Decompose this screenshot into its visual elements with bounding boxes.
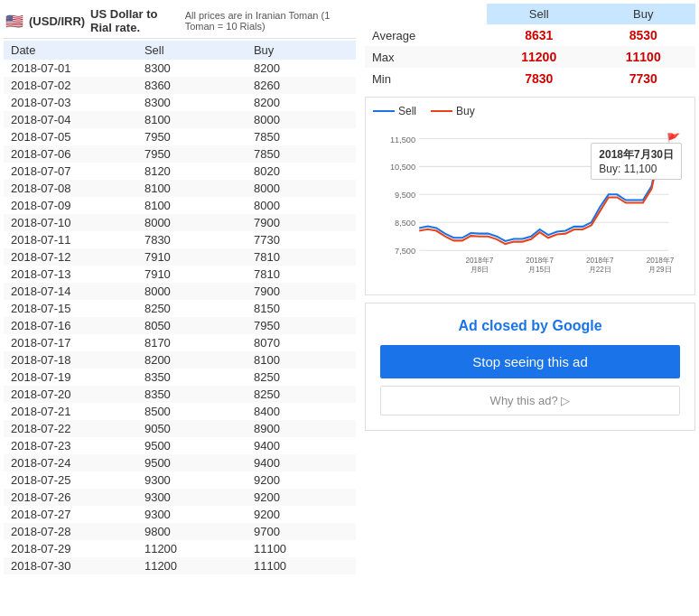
table-row: 2018-07-1480007900 <box>4 283 356 300</box>
stats-sell: 8631 <box>487 24 592 46</box>
cell-date: 2018-07-13 <box>4 266 137 283</box>
ad-google-label: Google <box>552 318 601 333</box>
col-header-date: Date <box>4 41 137 60</box>
cell-buy: 8020 <box>247 163 356 180</box>
table-row: 2018-07-1983508250 <box>4 369 356 386</box>
svg-text:2018年7: 2018年7 <box>586 257 614 265</box>
legend-sell-label: Sell <box>398 105 416 117</box>
cell-date: 2018-07-09 <box>4 197 137 214</box>
table-row: 2018-07-2495009400 <box>4 454 356 471</box>
table-row: 2018-07-0283608260 <box>4 77 356 94</box>
cell-sell: 7910 <box>137 248 247 266</box>
cell-buy: 8250 <box>247 369 356 386</box>
col-header-buy: Buy <box>247 41 356 60</box>
cell-date: 2018-07-05 <box>4 128 137 145</box>
svg-text:2018年7: 2018年7 <box>647 257 675 265</box>
cell-buy: 9200 <box>247 471 356 489</box>
cell-date: 2018-07-03 <box>4 94 137 111</box>
cell-buy: 7810 <box>247 248 356 266</box>
cell-date: 2018-07-16 <box>4 317 137 334</box>
svg-text:9,500: 9,500 <box>395 191 415 200</box>
table-row: 2018-07-1178307730 <box>4 231 356 248</box>
why-ad-label: Why this ad? <box>490 394 558 407</box>
cell-sell: 8300 <box>137 60 247 77</box>
cell-buy: 8250 <box>247 386 356 403</box>
table-row: 2018-07-2083508250 <box>4 386 356 403</box>
stats-empty-header <box>365 4 487 24</box>
table-row: 2018-07-0481008000 <box>4 111 356 128</box>
cell-buy: 7850 <box>247 128 356 145</box>
chart-svg: 7,5008,5009,50010,50011,5002018年7月8日2018… <box>373 121 687 284</box>
cell-sell: 9300 <box>137 471 247 489</box>
cell-date: 2018-07-12 <box>4 248 137 266</box>
stop-ad-button[interactable]: Stop seeing this ad <box>380 345 680 378</box>
cell-sell: 8100 <box>137 180 247 197</box>
col-header-sell: Sell <box>137 41 247 60</box>
cell-buy: 8150 <box>247 300 356 317</box>
cell-buy: 8000 <box>247 180 356 197</box>
cell-buy: 7730 <box>247 231 356 248</box>
cell-sell: 7950 <box>137 128 247 145</box>
cell-date: 2018-07-25 <box>4 471 137 489</box>
cell-sell: 8350 <box>137 369 247 386</box>
cell-sell: 8100 <box>137 197 247 214</box>
cell-sell: 7910 <box>137 266 247 283</box>
cell-date: 2018-07-18 <box>4 351 137 369</box>
svg-text:7,500: 7,500 <box>395 247 415 256</box>
ad-overlay: Ad closed by Google Stop seeing this ad … <box>365 303 695 431</box>
svg-text:8,500: 8,500 <box>395 219 415 228</box>
cell-date: 2018-07-24 <box>4 454 137 471</box>
cell-buy: 11100 <box>247 557 356 574</box>
table-row: 2018-07-0679507850 <box>4 145 356 163</box>
table-row: 2018-07-2395009400 <box>4 437 356 454</box>
cell-date: 2018-07-15 <box>4 300 137 317</box>
cell-date: 2018-07-17 <box>4 334 137 351</box>
cell-buy: 9400 <box>247 437 356 454</box>
cell-buy: 9700 <box>247 523 356 540</box>
table-row: 2018-07-2693009200 <box>4 489 356 506</box>
why-ad-icon: ▷ <box>561 394 570 407</box>
cell-sell: 8120 <box>137 163 247 180</box>
legend-buy-label: Buy <box>456 105 475 117</box>
stats-row: Min78307730 <box>365 68 695 89</box>
cell-date: 2018-07-23 <box>4 437 137 454</box>
cell-date: 2018-07-02 <box>4 77 137 94</box>
header-note: All prices are in Iranian Toman (1 Toman… <box>185 10 354 32</box>
cell-date: 2018-07-10 <box>4 214 137 231</box>
svg-text:🚩: 🚩 <box>666 132 681 146</box>
cell-date: 2018-07-11 <box>4 231 137 248</box>
table-row: 2018-07-1680507950 <box>4 317 356 334</box>
table-row: 2018-07-301120011100 <box>4 557 356 574</box>
cell-buy: 7950 <box>247 317 356 334</box>
cell-sell: 8350 <box>137 386 247 403</box>
legend-sell-line <box>373 110 395 112</box>
cell-buy: 8100 <box>247 351 356 369</box>
cell-sell: 11200 <box>137 540 247 557</box>
why-ad-button[interactable]: Why this ad? ▷ <box>380 386 680 415</box>
cell-sell: 9050 <box>137 420 247 437</box>
cell-buy: 8400 <box>247 403 356 420</box>
cell-date: 2018-07-08 <box>4 180 137 197</box>
cell-date: 2018-07-22 <box>4 420 137 437</box>
svg-text:月22日: 月22日 <box>589 266 611 274</box>
ad-closed-label: Ad closed by <box>458 318 548 333</box>
stats-buy-header: Buy <box>591 4 695 24</box>
svg-text:11,500: 11,500 <box>390 135 415 145</box>
cell-buy: 9400 <box>247 454 356 471</box>
currency-pair: (USD/IRR) <box>29 14 85 28</box>
cell-buy: 8200 <box>247 94 356 111</box>
cell-sell: 9500 <box>137 437 247 454</box>
cell-sell: 9300 <box>137 489 247 506</box>
stats-sell: 7830 <box>487 68 592 89</box>
cell-date: 2018-07-14 <box>4 283 137 300</box>
cell-buy: 7900 <box>247 283 356 300</box>
legend-buy-line <box>431 110 452 112</box>
stats-label: Max <box>365 46 487 68</box>
cell-buy: 8000 <box>247 197 356 214</box>
cell-sell: 9300 <box>137 506 247 523</box>
cell-sell: 8100 <box>137 111 247 128</box>
cell-date: 2018-07-30 <box>4 557 137 574</box>
stats-row: Max1120011100 <box>365 46 695 68</box>
cell-buy: 8200 <box>247 60 356 77</box>
stats-label: Average <box>365 24 487 46</box>
